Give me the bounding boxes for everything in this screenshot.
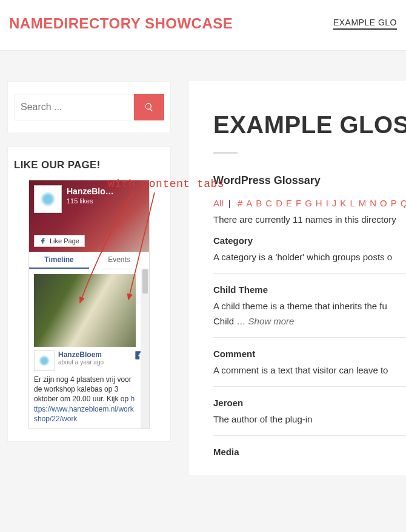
facebook-widget: HanzeBlo… 115 likes Like Page Timeline E… bbox=[28, 180, 150, 429]
filter-letter-o[interactable]: O bbox=[380, 198, 387, 208]
page-title: EXAMPLE GLOS bbox=[213, 111, 406, 139]
fb-page-name[interactable]: HanzeBlo… bbox=[67, 186, 114, 196]
annotation-label: With content tabs bbox=[108, 178, 224, 190]
entry-description: The author of the plug-in bbox=[213, 414, 406, 424]
count-line: There are currently 11 names in this dir… bbox=[213, 214, 406, 225]
filter-letter-a[interactable]: A bbox=[246, 198, 252, 208]
filter-letter-n[interactable]: N bbox=[370, 198, 376, 208]
filter-letter-m[interactable]: M bbox=[359, 198, 367, 208]
show-more-link[interactable]: Show more bbox=[248, 316, 295, 326]
glossary-entry: CategoryA category is a 'holder' which g… bbox=[213, 235, 406, 274]
search-input[interactable] bbox=[14, 94, 134, 120]
fb-post-text: Er zijn nog 4 plaatsen vrij voor de work… bbox=[34, 375, 136, 424]
filter-letter-d[interactable]: D bbox=[276, 198, 282, 208]
nav-example-glossary[interactable]: EXAMPLE GLO bbox=[333, 18, 397, 30]
fb-tabs: Timeline Events bbox=[29, 252, 149, 269]
fb-tab-timeline[interactable]: Timeline bbox=[29, 252, 89, 269]
filter-letter-j[interactable]: J bbox=[332, 198, 337, 208]
main-content: EXAMPLE GLOS WordPress Glossary All | #A… bbox=[189, 81, 406, 475]
fb-scrollbar[interactable] bbox=[141, 269, 149, 429]
fb-like-label: Like Page bbox=[50, 237, 79, 245]
entry-term: Comment bbox=[213, 349, 406, 359]
like-page-card: LIKE OUR PAGE! HanzeBlo… 115 likes Like … bbox=[7, 146, 171, 442]
search-card bbox=[7, 81, 171, 133]
filter-letter-f[interactable]: F bbox=[296, 198, 301, 208]
entry-description: A category is a 'holder' which groups po… bbox=[213, 252, 406, 262]
entry-description: A child theme is a theme that inherits t… bbox=[213, 301, 406, 311]
filter-letter-q[interactable]: Q bbox=[401, 198, 406, 208]
entry-description: A comment is a text that visitor can lea… bbox=[213, 365, 406, 375]
search-row bbox=[14, 94, 164, 120]
entry-term: Media bbox=[213, 447, 406, 457]
entry-extra: Child … Show more bbox=[213, 316, 406, 326]
filter-separator: | bbox=[228, 198, 231, 208]
title-rule bbox=[213, 152, 238, 154]
site-header: NAMEDIRECTORY SHOWCASE EXAMPLE GLO bbox=[0, 0, 406, 51]
search-icon bbox=[144, 102, 154, 112]
fb-like-button[interactable]: Like Page bbox=[34, 235, 85, 247]
fb-likes-count: 115 likes bbox=[67, 197, 93, 205]
fb-post-time: about a year ago bbox=[58, 359, 104, 366]
glossary-entry: JeroenThe author of the plug-in bbox=[213, 398, 406, 436]
fb-avatar[interactable] bbox=[34, 185, 62, 213]
glossary-entry: Child ThemeA child theme is a theme that… bbox=[213, 284, 406, 338]
filter-all[interactable]: All bbox=[213, 198, 224, 208]
entry-extra-text: Child … bbox=[213, 316, 248, 326]
filter-letter-i[interactable]: I bbox=[326, 198, 328, 208]
entry-term: Child Theme bbox=[213, 284, 406, 295]
facebook-icon bbox=[39, 237, 47, 245]
content-layout: LIKE OUR PAGE! HanzeBlo… 115 likes Like … bbox=[0, 51, 406, 475]
entry-term: Category bbox=[213, 235, 406, 246]
avatar-image bbox=[38, 354, 51, 367]
fb-scroll-thumb[interactable] bbox=[142, 269, 148, 294]
filter-letter-e[interactable]: E bbox=[286, 198, 292, 208]
filter-letter-h[interactable]: H bbox=[316, 198, 322, 208]
glossary-entry: Media bbox=[213, 447, 406, 457]
filter-letter-k[interactable]: K bbox=[340, 198, 346, 208]
glossary-subtitle: WordPress Glossary bbox=[213, 174, 406, 187]
filter-letter-b[interactable]: B bbox=[256, 198, 262, 208]
filter-letter-g[interactable]: G bbox=[305, 198, 312, 208]
filter-letter-p[interactable]: P bbox=[391, 198, 397, 208]
fb-feed: HanzeBloem about a year ago Er zijn nog … bbox=[29, 269, 149, 429]
fb-post-avatar[interactable] bbox=[34, 350, 55, 371]
alpha-filter-row: All | #ABCDEFGHIJKLMNOPQRSTU bbox=[213, 198, 406, 208]
like-page-title: LIKE OUR PAGE! bbox=[14, 159, 164, 171]
entry-term: Jeroen bbox=[213, 398, 406, 408]
fb-post-body: Er zijn nog 4 plaatsen vrij voor de work… bbox=[34, 375, 131, 403]
filter-letter-#[interactable]: # bbox=[238, 198, 242, 208]
fb-tab-events[interactable]: Events bbox=[89, 252, 149, 269]
site-brand[interactable]: NAMEDIRECTORY SHOWCASE bbox=[9, 15, 233, 32]
glossary-entry: CommentA comment is a text that visitor … bbox=[213, 349, 406, 387]
filter-letter-l[interactable]: L bbox=[350, 198, 354, 208]
filter-letter-c[interactable]: C bbox=[265, 198, 272, 208]
fb-post-author[interactable]: HanzeBloem bbox=[58, 350, 104, 359]
fb-cover: HanzeBlo… 115 likes Like Page bbox=[29, 180, 149, 252]
fb-post-header: HanzeBloem about a year ago bbox=[34, 350, 144, 371]
avatar-image bbox=[39, 190, 57, 208]
entries-list: CategoryA category is a 'holder' which g… bbox=[213, 235, 406, 457]
fb-post-image[interactable] bbox=[34, 274, 136, 347]
search-button[interactable] bbox=[134, 94, 164, 120]
sidebar: LIKE OUR PAGE! HanzeBlo… 115 likes Like … bbox=[7, 81, 171, 475]
